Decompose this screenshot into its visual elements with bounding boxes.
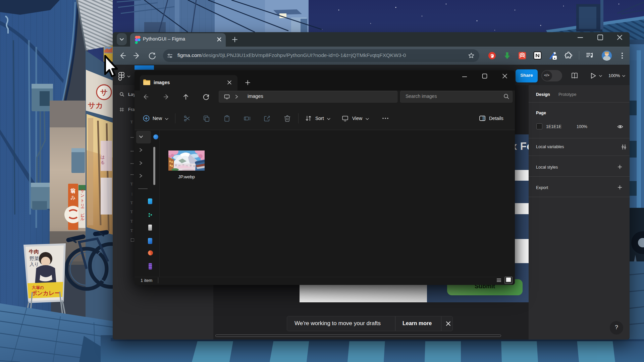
svg-text:ビール: ビール	[80, 210, 85, 221]
svg-text:牛肉: 牛肉	[29, 249, 39, 254]
svg-text:サカ: サカ	[88, 101, 103, 110]
svg-text:野菜: 野菜	[30, 256, 39, 261]
svg-text:大塚の: 大塚の	[32, 285, 44, 290]
svg-text:翁: 翁	[70, 188, 76, 194]
svg-text:サントリー: サントリー	[80, 186, 85, 208]
svg-text:ボンカレー: ボンカレー	[31, 290, 60, 296]
svg-text:サ: サ	[100, 88, 108, 97]
svg-text:み: み	[70, 195, 75, 200]
svg-text:入り: 入り	[30, 261, 39, 267]
